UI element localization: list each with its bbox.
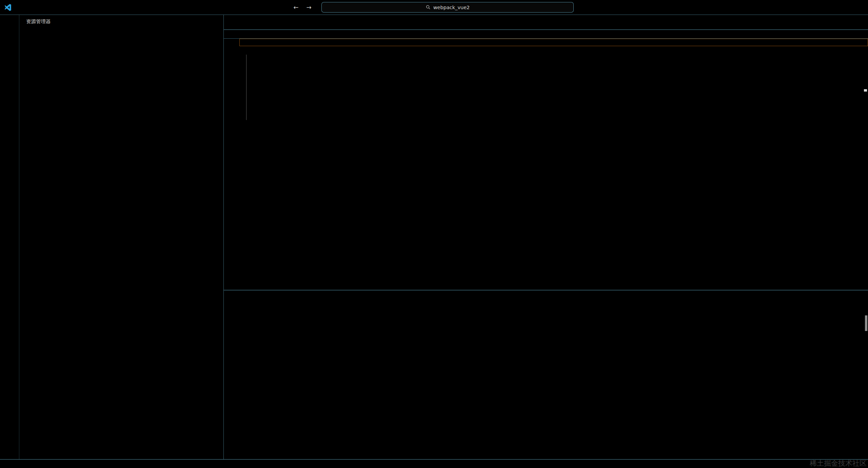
panel-header [224, 290, 868, 303]
status-bar [0, 459, 868, 468]
overview-ruler-cursor [864, 89, 867, 92]
explorer-sidebar: 资源管理器 [19, 15, 224, 459]
history-forward-icon[interactable]: → [304, 0, 314, 15]
editor-group [224, 15, 868, 459]
history-back-icon[interactable]: ← [291, 0, 301, 15]
workbench: 资源管理器 [0, 15, 868, 459]
terminal-scrollbar[interactable] [865, 315, 867, 331]
sidebar-title: 资源管理器 [26, 18, 51, 25]
terminal-content[interactable] [224, 303, 868, 459]
breadcrumb [224, 30, 868, 39]
sidebar-header: 资源管理器 [19, 15, 223, 28]
terminal-panel [224, 290, 868, 459]
indent-guide [246, 55, 246, 120]
search-icon [426, 5, 431, 10]
command-center-search[interactable]: webpack_vue2 [321, 2, 574, 13]
editor-tab-bar [224, 15, 868, 30]
activity-bar [0, 15, 19, 459]
code-editor[interactable] [224, 39, 868, 290]
title-bar: ← → webpack_vue2 [0, 0, 868, 15]
search-value: webpack_vue2 [433, 5, 470, 10]
vscode-logo-icon [3, 3, 12, 12]
current-line-highlight [239, 39, 868, 46]
